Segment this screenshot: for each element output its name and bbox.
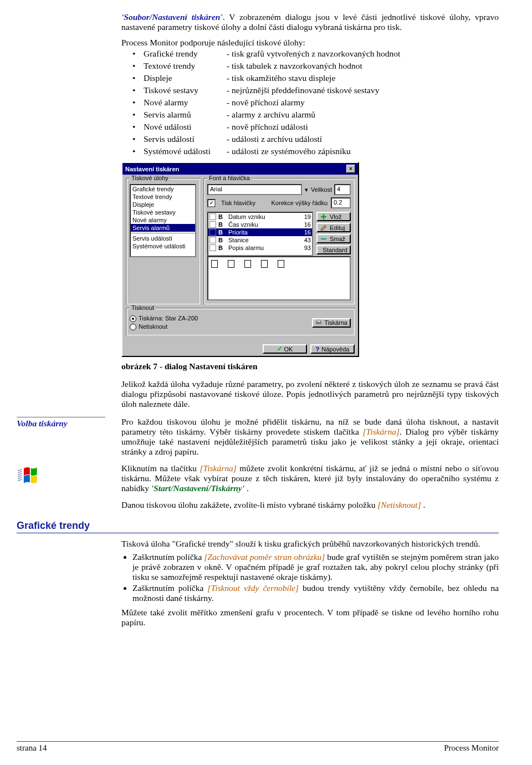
radio-printer[interactable] [130, 315, 136, 322]
intro-2: Process Monitor podporuje následující ti… [121, 38, 499, 48]
dropdown-icon[interactable]: ▾ [304, 186, 309, 193]
svg-line-6 [18, 476, 22, 477]
size-label: Velikost [311, 186, 332, 193]
volba-para-3: Danou tiskovou úlohu zakážete, zvolíte-l… [121, 500, 499, 510]
footer-app: Process Monitor [444, 743, 499, 753]
footer-page: strana 14 [17, 743, 47, 753]
standard-button[interactable]: Standard [316, 245, 351, 254]
group-jobs-label: Tiskové úlohy [130, 175, 170, 181]
section-rule [17, 533, 499, 533]
windows-logo-icon [17, 463, 50, 488]
dialog-title: Nastavení tiskáren [125, 166, 179, 172]
help-button[interactable]: ?Nápověda [310, 344, 355, 354]
gt-intro: Tisková úloha "Grafické trendy" slouží k… [121, 539, 499, 549]
figure-caption: obrázek 7 - dialog Nastavení tiskáren [121, 361, 499, 371]
korekce-label: Korekce výšky řádku [272, 200, 328, 206]
size-field[interactable]: 4 [334, 184, 351, 195]
header-listbox[interactable]: BDatum vzniku19BČas vzniku16BPriorita16B… [207, 212, 313, 256]
tisk-hlavicky-label: Tisk hlavičky [221, 200, 255, 206]
korekce-field[interactable]: 0.2 [331, 197, 351, 208]
gt-outro: Můžete také zvolit měřítko zmenšení graf… [121, 608, 499, 628]
group-font-label: Font a hlavička [207, 175, 252, 181]
jobs-list: •Grafické trendy- tisk grafů vytvořených… [132, 48, 400, 157]
dialog-nastaveni-tiskaren: Nastavení tiskáren × Tiskové úlohy Grafi… [121, 162, 359, 357]
close-icon[interactable]: × [346, 165, 355, 173]
svg-line-7 [18, 478, 22, 479]
tisk-hlavicky-checkbox[interactable]: ✓ [207, 199, 216, 207]
margin-volba-tiskarny: Volba tiskárny [17, 417, 105, 429]
svg-line-8 [18, 480, 22, 481]
tiskarna-button[interactable]: Tiskárna [312, 318, 351, 328]
volba-para-1: Pro každou tiskovou úlohu je možné přidě… [121, 417, 499, 457]
volba-para-2: Kliknutím na tlačítku [Tiskárna] můžete … [121, 463, 499, 493]
after-image-text: Jelikož každá úloha vyžaduje různé param… [121, 379, 499, 409]
font-name-field[interactable]: Arial [207, 184, 302, 195]
svg-rect-2 [317, 320, 320, 322]
vloz-button[interactable]: Vlož [316, 212, 351, 221]
preview-area [207, 256, 351, 300]
gt-bullets: Zaškrtnutím políčka [Zachovávat poměr st… [121, 552, 499, 603]
svg-line-5 [18, 473, 22, 475]
group-print-label: Tisknout [130, 304, 156, 311]
intro-1: 'Soubor/Nastavení tiskáren'. V zobrazené… [121, 12, 499, 32]
section-graficke-trendy: Grafické trendy [17, 520, 90, 531]
jobs-listbox[interactable]: Grafické trendyTextové trendyDisplejeTis… [130, 184, 196, 257]
svg-line-3 [18, 470, 22, 471]
svg-line-4 [18, 472, 22, 473]
smaz-button[interactable]: Smaž [316, 234, 351, 243]
svg-rect-0 [321, 238, 326, 239]
ok-button[interactable]: ✓OK [263, 344, 307, 354]
edituj-button[interactable]: Edituj [316, 223, 351, 232]
radio-noprint[interactable] [130, 324, 136, 330]
